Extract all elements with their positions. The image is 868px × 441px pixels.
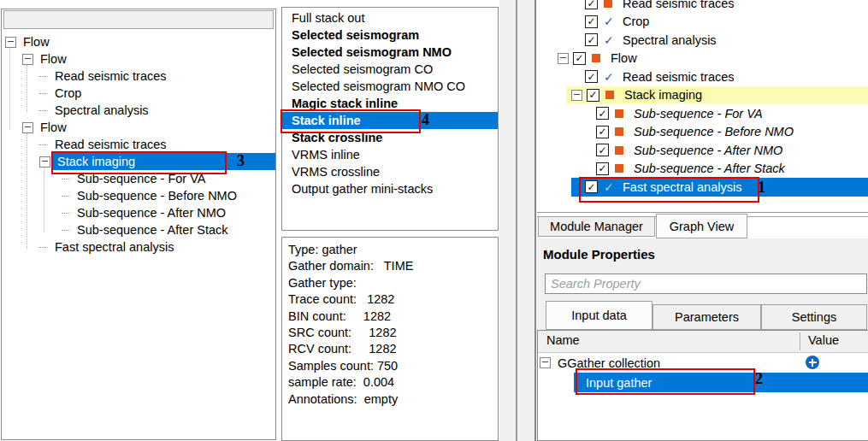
tree-item-sub-sequence-after-nmo[interactable]: ✓Sub-sequence - After NMO [537, 141, 868, 160]
tree-item-label: Sub-sequence - For VA [631, 107, 765, 121]
list-item-selected-seismogram-co[interactable]: Selected seismogram CO [282, 61, 498, 78]
checkbox[interactable]: ✓ [596, 126, 609, 138]
gather-info-line: BIN count: 1282 [288, 309, 498, 325]
tree-item-label: Sub-sequence - After Stack [74, 223, 231, 237]
tree-item-flow[interactable]: Flow [2, 50, 275, 68]
expander-icon[interactable] [571, 90, 582, 101]
tree-item-label: Flow [38, 121, 69, 134]
tree-item-flow[interactable]: ✓Flow [537, 50, 868, 68]
expander-icon[interactable] [22, 54, 33, 65]
table-row-input-gather[interactable]: Input gather [538, 373, 868, 392]
tree-guide [62, 179, 70, 179]
tree-item-read-seismic-traces[interactable]: ✓✓Read seismic traces [537, 68, 868, 86]
annotation-number: 4 [422, 111, 429, 129]
tree-item-sub-sequence-for-va[interactable]: Sub-sequence - For VA [2, 170, 275, 187]
table-cell-name: Input gather [583, 376, 654, 390]
table-row-ggather-collection[interactable]: GGather collection [538, 353, 868, 373]
checkbox[interactable]: ✓ [585, 15, 598, 28]
expander-icon[interactable] [540, 357, 551, 368]
checkbox[interactable]: ✓ [596, 107, 609, 120]
tree-item-label: Read seismic traces [52, 138, 169, 151]
tree-item-stack-imaging[interactable]: ✓Stack imaging [537, 86, 868, 105]
list-item-label: Magic stack inline [289, 97, 400, 110]
list-item-selected-seismogram-nmo-co[interactable]: Selected seismogram NMO CO [282, 78, 498, 95]
expander-icon[interactable] [39, 156, 50, 168]
tab-parameters[interactable]: Parameters [652, 304, 761, 330]
gather-info-line: RCV count: 1282 [288, 341, 498, 357]
tab-module-manager[interactable]: Module Manager [538, 216, 655, 237]
list-item-label: Full stack out [289, 11, 367, 25]
tree-item-stack-imaging[interactable]: Stack imaging [2, 153, 275, 170]
check-icon: ✓ [604, 180, 615, 194]
tree-guide [39, 76, 48, 77]
property-table: Name Value GGather collectionInput gathe… [537, 330, 868, 441]
checkbox[interactable]: ✓ [573, 52, 586, 65]
list-item-label: Stack crossline [289, 131, 385, 144]
table-header: Name Value [538, 331, 868, 353]
gather-info-line: Gather domain: TIME [288, 258, 498, 274]
list-item-stack-inline[interactable]: Stack inline [282, 112, 498, 129]
list-item-stack-crossline[interactable]: Stack crossline [282, 129, 498, 146]
tree-item-label: Read seismic traces [620, 0, 737, 10]
tree-item-label: Spectral analysis [52, 103, 151, 117]
gather-info-panel: Type: gatherGather domain: TIMEGather ty… [281, 237, 499, 441]
checkbox[interactable]: ✓ [585, 180, 598, 193]
tree-item-read-seismic-traces[interactable]: Read seismic traces [2, 136, 275, 153]
tree-guide [39, 144, 48, 145]
column-divider[interactable] [800, 332, 800, 350]
checkbox[interactable]: ✓ [596, 162, 609, 175]
tree-item-read-seismic-traces[interactable]: ✓Read seismic traces [537, 0, 868, 13]
list-item-vrms-inline[interactable]: VRMS inline [282, 146, 498, 163]
stack-output-list-panel: Full stack outSelected seismogramSelecte… [281, 7, 499, 231]
splitter-line [516, 0, 517, 441]
expander-icon[interactable] [5, 37, 16, 48]
flow-tree: FlowFlowRead seismic tracesCropSpectral … [2, 33, 275, 256]
checkbox[interactable]: ✓ [587, 89, 599, 102]
list-item-vrms-crossline[interactable]: VRMS crossline [282, 163, 498, 180]
tree-item-spectral-analysis[interactable]: Spectral analysis [2, 102, 275, 119]
tree-item-label: Read seismic traces [52, 69, 169, 83]
expander-icon[interactable] [22, 122, 33, 133]
tree-item-crop[interactable]: ✓✓Crop [537, 13, 868, 32]
tree-item-label: Sub-sequence - After NMO [631, 144, 785, 157]
tree-item-label: Spectral analysis [620, 33, 719, 47]
checkbox[interactable]: ✓ [585, 33, 598, 46]
tree-item-sub-sequence-after-stack[interactable]: Sub-sequence - After Stack [2, 221, 275, 238]
gather-info-line: Annotations: empty [288, 391, 498, 408]
list-item-selected-seismogram[interactable]: Selected seismogram [282, 26, 498, 44]
tree-item-flow[interactable]: Flow [2, 33, 275, 50]
tree-item-sub-sequence-before-nmo[interactable]: Sub-sequence - Before NMO [2, 187, 275, 204]
search-property-input[interactable] [545, 273, 867, 294]
tree-item-label: Stack imaging [55, 155, 138, 168]
panel-splitter[interactable] [499, 0, 537, 441]
expander-icon[interactable] [558, 53, 569, 64]
checkbox[interactable]: ✓ [585, 0, 598, 9]
tree-item-flow[interactable]: Flow [2, 119, 275, 136]
tree-item-fast-spectral-analysis[interactable]: Fast spectral analysis [2, 238, 275, 256]
list-item-magic-stack-inline[interactable]: Magic stack inline [282, 95, 498, 112]
tree-item-fast-spectral-analysis[interactable]: ✓✓Fast spectral analysis [537, 178, 868, 197]
checkbox[interactable]: ✓ [596, 144, 609, 156]
list-item-label: VRMS crossline [289, 165, 382, 179]
tree-guide [9, 45, 10, 129]
list-item-full-stack-out[interactable]: Full stack out [282, 9, 498, 26]
tree-item-spectral-analysis[interactable]: ✓✓Spectral analysis [537, 31, 868, 50]
add-item-plus-icon[interactable] [806, 356, 819, 369]
splitter-line [534, 0, 536, 441]
tree-item-label: Stack imaging [622, 88, 705, 102]
tree-guide [62, 196, 70, 197]
tree-item-crop[interactable]: Crop [2, 85, 275, 102]
list-item-selected-seismogram-nmo[interactable]: Selected seismogram NMO [282, 44, 498, 61]
tree-item-sub-sequence-after-stack[interactable]: ✓Sub-sequence - After Stack [537, 160, 868, 179]
tree-item-sub-sequence-after-nmo[interactable]: Sub-sequence - After NMO [2, 204, 275, 221]
tab-graph-view[interactable]: Graph View [656, 214, 747, 238]
list-item-output-gather-mini-stacks[interactable]: Output gather mini-stacks [282, 180, 498, 197]
tree-guide [62, 213, 70, 214]
checkbox[interactable]: ✓ [585, 70, 598, 83]
gather-info-line: Type: gather [288, 242, 498, 258]
tree-item-read-seismic-traces[interactable]: Read seismic traces [2, 68, 275, 85]
tab-settings[interactable]: Settings [761, 304, 867, 330]
tree-item-sub-sequence-before-nmo[interactable]: ✓Sub-sequence - Before NMO [537, 123, 868, 142]
tab-input-data[interactable]: Input data [546, 301, 652, 330]
tree-item-sub-sequence-for-va[interactable]: ✓Sub-sequence - For VA [537, 104, 868, 123]
